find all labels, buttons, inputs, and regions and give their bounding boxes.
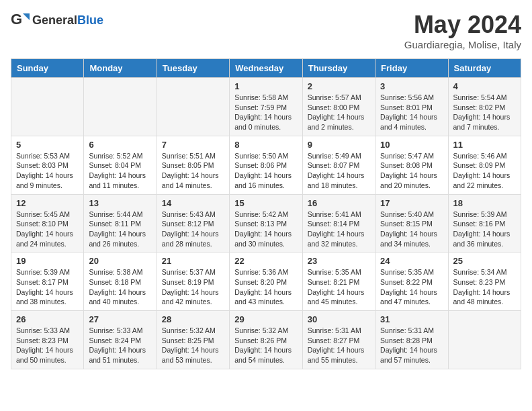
calendar-cell: 26Sunrise: 5:33 AM Sunset: 8:23 PM Dayli…: [11, 311, 84, 369]
day-number: 4: [453, 81, 516, 91]
day-number: 20: [89, 256, 151, 266]
week-row-2: 5Sunrise: 5:53 AM Sunset: 8:03 PM Daylig…: [11, 136, 521, 194]
day-number: 19: [16, 256, 79, 266]
day-number: 23: [308, 256, 370, 266]
day-number: 1: [234, 81, 297, 91]
day-header-wednesday: Wednesday: [230, 59, 302, 78]
day-number: 6: [89, 140, 151, 150]
day-info: Sunrise: 5:44 AM Sunset: 8:11 PM Dayligh…: [89, 210, 151, 249]
logo-blue-text: Blue: [77, 13, 103, 27]
day-number: 27: [89, 314, 151, 324]
day-number: 16: [308, 198, 370, 208]
day-header-monday: Monday: [84, 59, 157, 78]
day-info: Sunrise: 5:41 AM Sunset: 8:14 PM Dayligh…: [308, 210, 370, 249]
day-info: Sunrise: 5:33 AM Sunset: 8:23 PM Dayligh…: [16, 326, 79, 365]
day-number: 11: [453, 140, 516, 150]
week-row-4: 19Sunrise: 5:39 AM Sunset: 8:17 PM Dayli…: [11, 253, 521, 311]
calendar-cell: 14Sunrise: 5:43 AM Sunset: 8:12 PM Dayli…: [157, 194, 229, 253]
calendar-cell: 23Sunrise: 5:35 AM Sunset: 8:21 PM Dayli…: [302, 253, 375, 311]
day-info: Sunrise: 5:51 AM Sunset: 8:05 PM Dayligh…: [162, 151, 224, 191]
day-info: Sunrise: 5:38 AM Sunset: 8:18 PM Dayligh…: [89, 267, 151, 307]
day-info: Sunrise: 5:53 AM Sunset: 8:03 PM Dayligh…: [16, 151, 79, 191]
day-info: Sunrise: 5:50 AM Sunset: 8:06 PM Dayligh…: [234, 151, 297, 191]
day-number: 2: [308, 81, 370, 91]
calendar-cell: 12Sunrise: 5:45 AM Sunset: 8:10 PM Dayli…: [11, 194, 84, 253]
day-number: 30: [308, 314, 370, 324]
day-header-thursday: Thursday: [302, 59, 375, 78]
day-number: 25: [453, 256, 516, 266]
calendar-table: SundayMondayTuesdayWednesdayThursdayFrid…: [11, 58, 521, 369]
day-number: 12: [16, 198, 79, 208]
logo-icon: G: [11, 11, 30, 30]
day-number: 9: [308, 140, 370, 150]
days-header-row: SundayMondayTuesdayWednesdayThursdayFrid…: [11, 59, 521, 78]
calendar-cell: 7Sunrise: 5:51 AM Sunset: 8:05 PM Daylig…: [157, 136, 229, 194]
day-info: Sunrise: 5:39 AM Sunset: 8:17 PM Dayligh…: [16, 267, 79, 307]
calendar-cell: 3Sunrise: 5:56 AM Sunset: 8:01 PM Daylig…: [375, 78, 448, 136]
day-number: 10: [380, 140, 443, 150]
day-number: 31: [380, 314, 443, 324]
calendar-cell: 30Sunrise: 5:31 AM Sunset: 8:27 PM Dayli…: [302, 311, 375, 369]
day-number: 14: [162, 198, 224, 208]
day-info: Sunrise: 5:31 AM Sunset: 8:28 PM Dayligh…: [380, 326, 443, 365]
week-row-5: 26Sunrise: 5:33 AM Sunset: 8:23 PM Dayli…: [11, 311, 521, 369]
day-number: 29: [234, 314, 297, 324]
calendar-cell: 6Sunrise: 5:52 AM Sunset: 8:04 PM Daylig…: [84, 136, 157, 194]
day-info: Sunrise: 5:32 AM Sunset: 8:25 PM Dayligh…: [162, 326, 224, 365]
day-number: 26: [16, 314, 79, 324]
month-title: May 2024: [404, 11, 521, 39]
day-header-sunday: Sunday: [11, 59, 84, 78]
day-info: Sunrise: 5:46 AM Sunset: 8:09 PM Dayligh…: [453, 151, 516, 191]
calendar-cell: 11Sunrise: 5:46 AM Sunset: 8:09 PM Dayli…: [448, 136, 521, 194]
day-info: Sunrise: 5:56 AM Sunset: 8:01 PM Dayligh…: [380, 93, 443, 132]
day-number: 8: [234, 140, 297, 150]
day-info: Sunrise: 5:39 AM Sunset: 8:16 PM Dayligh…: [453, 210, 516, 249]
day-info: Sunrise: 5:33 AM Sunset: 8:24 PM Dayligh…: [89, 326, 151, 365]
day-number: 7: [162, 140, 224, 150]
calendar-cell: 17Sunrise: 5:40 AM Sunset: 8:15 PM Dayli…: [375, 194, 448, 253]
calendar-cell: [84, 78, 157, 136]
day-number: 21: [162, 256, 224, 266]
week-row-1: 1Sunrise: 5:58 AM Sunset: 7:59 PM Daylig…: [11, 78, 521, 136]
day-info: Sunrise: 5:54 AM Sunset: 8:02 PM Dayligh…: [453, 93, 516, 132]
day-info: Sunrise: 5:47 AM Sunset: 8:08 PM Dayligh…: [380, 151, 443, 191]
day-number: 28: [162, 314, 224, 324]
day-info: Sunrise: 5:32 AM Sunset: 8:26 PM Dayligh…: [234, 326, 297, 365]
header: G GeneralBlue May 2024 Guardiaregia, Mol…: [11, 11, 521, 50]
calendar-cell: 1Sunrise: 5:58 AM Sunset: 7:59 PM Daylig…: [230, 78, 302, 136]
calendar-cell: 24Sunrise: 5:35 AM Sunset: 8:22 PM Dayli…: [375, 253, 448, 311]
day-number: 13: [89, 198, 151, 208]
day-info: Sunrise: 5:58 AM Sunset: 7:59 PM Dayligh…: [234, 93, 297, 132]
svg-marker-1: [23, 13, 30, 20]
day-info: Sunrise: 5:35 AM Sunset: 8:22 PM Dayligh…: [380, 267, 443, 307]
day-number: 17: [380, 198, 443, 208]
day-number: 22: [234, 256, 297, 266]
calendar-cell: 22Sunrise: 5:36 AM Sunset: 8:20 PM Dayli…: [230, 253, 302, 311]
day-info: Sunrise: 5:43 AM Sunset: 8:12 PM Dayligh…: [162, 210, 224, 249]
calendar-cell: 13Sunrise: 5:44 AM Sunset: 8:11 PM Dayli…: [84, 194, 157, 253]
calendar-cell: 9Sunrise: 5:49 AM Sunset: 8:07 PM Daylig…: [302, 136, 375, 194]
day-header-tuesday: Tuesday: [157, 59, 229, 78]
calendar-cell: [448, 311, 521, 369]
day-info: Sunrise: 5:57 AM Sunset: 8:00 PM Dayligh…: [308, 93, 370, 132]
day-info: Sunrise: 5:49 AM Sunset: 8:07 PM Dayligh…: [308, 151, 370, 191]
day-header-friday: Friday: [375, 59, 448, 78]
calendar-cell: 25Sunrise: 5:34 AM Sunset: 8:23 PM Dayli…: [448, 253, 521, 311]
calendar-cell: 4Sunrise: 5:54 AM Sunset: 8:02 PM Daylig…: [448, 78, 521, 136]
week-row-3: 12Sunrise: 5:45 AM Sunset: 8:10 PM Dayli…: [11, 194, 521, 253]
calendar-cell: 10Sunrise: 5:47 AM Sunset: 8:08 PM Dayli…: [375, 136, 448, 194]
calendar-cell: 19Sunrise: 5:39 AM Sunset: 8:17 PM Dayli…: [11, 253, 84, 311]
subtitle: Guardiaregia, Molise, Italy: [404, 39, 521, 50]
calendar-cell: 27Sunrise: 5:33 AM Sunset: 8:24 PM Dayli…: [84, 311, 157, 369]
calendar-cell: 2Sunrise: 5:57 AM Sunset: 8:00 PM Daylig…: [302, 78, 375, 136]
calendar-cell: 21Sunrise: 5:37 AM Sunset: 8:19 PM Dayli…: [157, 253, 229, 311]
title-area: May 2024 Guardiaregia, Molise, Italy: [404, 11, 521, 50]
day-info: Sunrise: 5:35 AM Sunset: 8:21 PM Dayligh…: [308, 267, 370, 307]
calendar-cell: 28Sunrise: 5:32 AM Sunset: 8:25 PM Dayli…: [157, 311, 229, 369]
calendar-cell: 15Sunrise: 5:42 AM Sunset: 8:13 PM Dayli…: [230, 194, 302, 253]
svg-text:G: G: [11, 11, 22, 28]
calendar-cell: [11, 78, 84, 136]
day-info: Sunrise: 5:45 AM Sunset: 8:10 PM Dayligh…: [16, 210, 79, 249]
day-number: 18: [453, 198, 516, 208]
day-info: Sunrise: 5:52 AM Sunset: 8:04 PM Dayligh…: [89, 151, 151, 191]
